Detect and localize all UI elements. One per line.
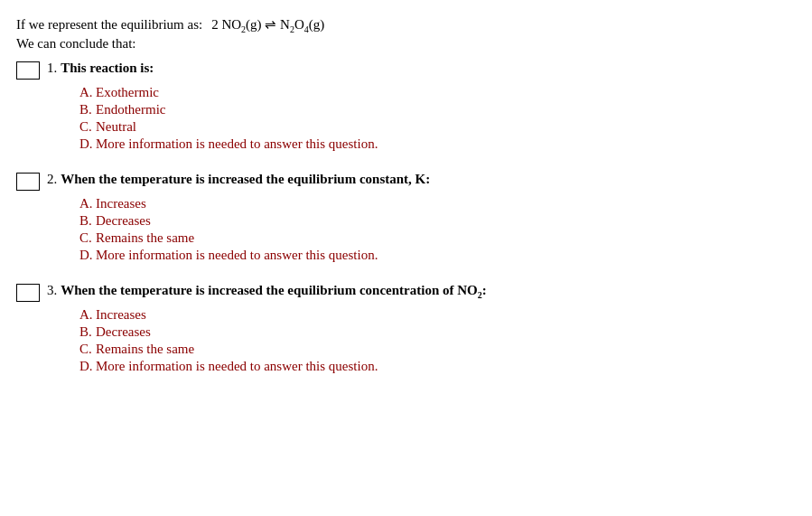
question-number-1: 1. <box>47 61 57 75</box>
option-text-3-1: Increases <box>96 307 146 322</box>
options-list-3: A.IncreasesB.DecreasesC.Remains the same… <box>79 307 794 374</box>
answer-box-1[interactable] <box>16 61 40 80</box>
question-number-3: 3. <box>47 283 57 297</box>
question-block-2: 2.When the temperature is increased the … <box>16 172 794 263</box>
option-1-4[interactable]: D.More information is needed to answer t… <box>79 136 794 152</box>
option-3-3[interactable]: C.Remains the same <box>79 342 794 357</box>
option-letter-2-4: D. <box>79 248 96 263</box>
option-2-1[interactable]: A.Increases <box>79 196 794 211</box>
option-letter-1-2: B. <box>79 102 96 117</box>
option-text-1-4: More information is needed to answer thi… <box>96 136 378 151</box>
option-letter-1-1: A. <box>79 85 96 100</box>
intro-line2: We can conclude that: <box>16 36 794 52</box>
option-text-2-1: Increases <box>96 196 146 211</box>
option-letter-1-3: C. <box>79 119 96 135</box>
question-block-1: 1.This reaction is:A.ExothermicB.Endothe… <box>16 61 794 152</box>
answer-box-3[interactable] <box>16 284 40 302</box>
option-letter-3-1: A. <box>79 307 96 323</box>
question-row-2: 2.When the temperature is increased the … <box>16 172 794 191</box>
question-label-1: 1.This reaction is: <box>47 61 154 76</box>
option-2-3[interactable]: C.Remains the same <box>79 230 794 246</box>
option-text-2-3: Remains the same <box>96 230 194 245</box>
question-row-3: 3.When the temperature is increased the … <box>16 283 794 302</box>
option-2-4[interactable]: D.More information is needed to answer t… <box>79 248 794 263</box>
question-text-3: When the temperature is increased the eq… <box>61 283 486 297</box>
option-text-3-3: Remains the same <box>96 342 194 356</box>
options-list-1: A.ExothermicB.EndothermicC.NeutralD.More… <box>79 85 794 152</box>
question-block-3: 3.When the temperature is increased the … <box>16 283 794 374</box>
option-1-1[interactable]: A.Exothermic <box>79 85 794 100</box>
option-letter-2-1: A. <box>79 196 96 211</box>
option-letter-1-4: D. <box>79 136 96 152</box>
option-3-1[interactable]: A.Increases <box>79 307 794 323</box>
option-letter-3-2: B. <box>79 324 96 340</box>
answer-box-2[interactable] <box>16 173 40 191</box>
option-text-1-3: Neutral <box>96 119 136 134</box>
option-letter-2-3: C. <box>79 230 96 246</box>
option-letter-3-3: C. <box>79 342 96 357</box>
question-label-2: 2.When the temperature is increased the … <box>47 172 430 187</box>
option-text-3-2: Decreases <box>96 324 151 339</box>
option-3-4[interactable]: D.More information is needed to answer t… <box>79 359 794 374</box>
option-2-2[interactable]: B.Decreases <box>79 213 794 229</box>
option-3-2[interactable]: B.Decreases <box>79 324 794 340</box>
option-letter-3-4: D. <box>79 359 96 374</box>
option-1-3[interactable]: C.Neutral <box>79 119 794 135</box>
option-1-2[interactable]: B.Endothermic <box>79 102 794 117</box>
option-text-1-1: Exothermic <box>96 85 159 99</box>
option-text-1-2: Endothermic <box>96 102 165 117</box>
option-letter-2-2: B. <box>79 213 96 229</box>
question-row-1: 1.This reaction is: <box>16 61 794 80</box>
option-text-2-2: Decreases <box>96 213 151 228</box>
option-text-2-4: More information is needed to answer thi… <box>96 248 378 262</box>
intro-line1: If we represent the equilibrium as: 2 NO… <box>16 16 794 34</box>
question-number-2: 2. <box>47 172 57 186</box>
intro-prefix: If we represent the equilibrium as: <box>16 17 202 33</box>
question-text-1: This reaction is: <box>61 61 154 75</box>
option-text-3-4: More information is needed to answer thi… <box>96 359 378 373</box>
equation: 2 NO2(g) ⇌ N2O4(g) <box>211 16 324 34</box>
question-text-2: When the temperature is increased the eq… <box>61 172 430 186</box>
question-label-3: 3.When the temperature is increased the … <box>47 283 487 300</box>
options-list-2: A.IncreasesB.DecreasesC.Remains the same… <box>79 196 794 263</box>
